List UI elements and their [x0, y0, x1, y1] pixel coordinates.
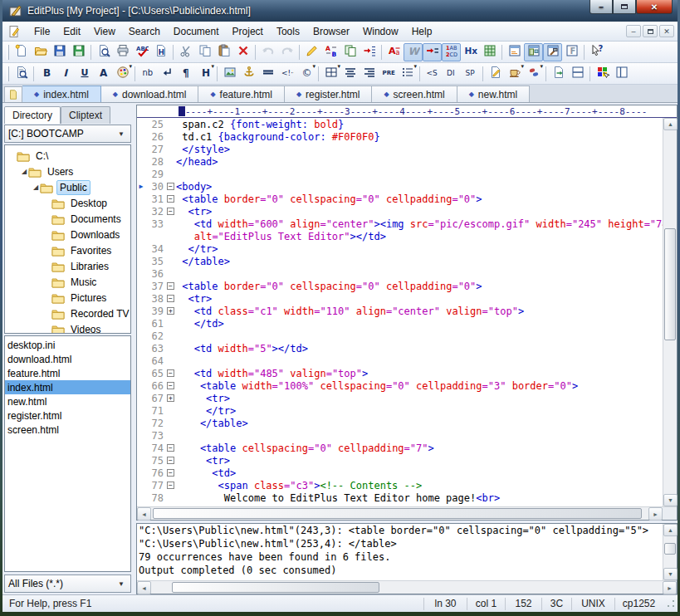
horizontal-scroll-track[interactable] [151, 581, 663, 594]
code-line-66[interactable]: 66− <table width="100%" cellspacing="0" … [137, 379, 663, 392]
scroll-right-button[interactable]: ► [663, 581, 677, 594]
menu-document[interactable]: Document [167, 23, 226, 40]
minimize-button[interactable]: – [589, 0, 613, 14]
code-line-63[interactable]: 63 <td width="5"></td> [137, 342, 663, 354]
output-vertical-scrollbar[interactable]: ▲ ▼ [663, 524, 677, 580]
table-button[interactable] [321, 65, 340, 83]
scroll-down-button[interactable]: ▼ [663, 494, 678, 506]
fold-expand-icon[interactable]: + [167, 394, 174, 402]
tree-item-recorded-tv[interactable]: Recorded TV [5, 306, 130, 321]
print-button[interactable] [113, 43, 132, 61]
mark-button[interactable] [302, 43, 321, 61]
strikeout-button[interactable]: <S [423, 65, 442, 83]
code-line-32[interactable]: 32− <tr> [137, 205, 663, 218]
code-line-62[interactable]: 62 [137, 330, 663, 342]
new-window-button[interactable] [549, 65, 568, 83]
comment-button[interactable]: <!·· [277, 65, 296, 83]
fold-collapse-icon[interactable]: − [167, 382, 174, 389]
menu-view[interactable]: View [87, 23, 122, 40]
code-line-73[interactable]: 73 [137, 429, 663, 442]
save-all-button[interactable] [69, 43, 88, 61]
auto-indent-button[interactable] [423, 43, 442, 61]
code-line-28[interactable]: 28</head> [137, 155, 663, 168]
edit-script-button[interactable] [486, 65, 505, 83]
context-help-button[interactable]: ? [587, 43, 606, 61]
toolbar-grip[interactable] [7, 66, 9, 81]
list-button[interactable] [398, 65, 417, 83]
object-button[interactable] [524, 65, 543, 83]
title-bar[interactable]: EditPlus [My Project] - [C:\Users\Public… [2, 0, 678, 22]
doc-tab-screen.html[interactable]: ◆screen.html [372, 86, 457, 102]
code-line-77[interactable]: 77− <span class="c3"><!-- Contents --> [137, 479, 663, 491]
align-center-button[interactable] [340, 65, 360, 83]
code-line-38[interactable]: 38− <tr> [137, 292, 663, 305]
fold-collapse-icon[interactable]: − [167, 457, 174, 464]
expanded-arrow-icon[interactable]: ◢ [32, 183, 40, 191]
word-wrap-button[interactable]: W [404, 43, 423, 61]
open-file-button[interactable] [31, 43, 50, 61]
line-break-button[interactable] [157, 65, 176, 83]
sidebar-tab-directory[interactable]: Directory [4, 106, 61, 124]
file-item-feature-html[interactable]: feature.html [5, 366, 130, 380]
menu-help[interactable]: Help [405, 23, 439, 40]
code-line-25[interactable]: 25 span.c2 {font-weight: bold} [137, 118, 663, 130]
vertical-scroll-thumb[interactable] [664, 228, 676, 340]
tree-item-public[interactable]: ◢Public [5, 179, 130, 195]
bold-button[interactable]: B [37, 65, 56, 83]
code-editor[interactable]: 25 span.c2 {font-weight: bold}26 td.c1 {… [137, 118, 663, 506]
heading-button[interactable]: H [195, 65, 214, 83]
code-line-30[interactable]: ▶30−<body> [137, 180, 663, 193]
code-line-26[interactable]: 26 td.c1 {background-color: #F0F0F0} [137, 130, 663, 143]
resize-grip[interactable] [666, 599, 676, 609]
scroll-left-button[interactable]: ◄ [137, 581, 151, 594]
tree-item-videos[interactable]: Videos [5, 321, 130, 334]
code-line-67[interactable]: 67+ <tr> [137, 392, 663, 404]
output-horizontal-scrollbar[interactable]: ◄ ► [137, 580, 677, 594]
paragraph-button[interactable]: ¶ [176, 65, 195, 83]
preformatted-button[interactable]: PRE [379, 65, 398, 83]
tree-item-users[interactable]: ◢Users [5, 164, 130, 179]
undo-button[interactable] [258, 43, 277, 61]
toggle-cliptext-window-button[interactable] [543, 43, 562, 61]
image-button[interactable] [220, 65, 239, 83]
underline-button[interactable]: U [75, 65, 94, 83]
editor-vertical-scrollbar[interactable]: ▲ ▼ [663, 118, 677, 506]
doc-tab-index.html[interactable]: ◆index.html [22, 86, 101, 102]
align-right-button[interactable] [360, 65, 379, 83]
doc-tab-feature.html[interactable]: ◆feature.html [198, 86, 285, 102]
line-number-button[interactable]: 1AB2CD [442, 43, 461, 61]
code-line-64[interactable]: 64 [137, 354, 663, 367]
mdi-close-button[interactable]: ✕ [659, 25, 674, 37]
sidebar-tab-cliptext[interactable]: Cliptext [61, 106, 110, 124]
code-line-75[interactable]: 75− <tr> [137, 454, 663, 467]
mdi-restore-button[interactable] [643, 25, 658, 37]
code-line-33[interactable]: 33 <td width="600" align="center"><img s… [137, 218, 663, 230]
code-line-39[interactable]: 39+ <td class="c1" width="110" align="ce… [137, 305, 663, 317]
tree-item-documents[interactable]: Documents [5, 211, 130, 227]
fold-collapse-icon[interactable]: − [167, 282, 174, 290]
browser-preview-button[interactable] [12, 65, 31, 83]
code-line-31[interactable]: 31− <table border="0" cellspacing="0" ce… [137, 193, 663, 205]
delete-button[interactable] [233, 43, 252, 61]
windows-colors-button[interactable] [593, 65, 612, 83]
close-button[interactable]: ✕ [636, 0, 673, 14]
doc-tab-download.html[interactable]: ◆download.html [101, 86, 199, 102]
code-line-35[interactable]: 35 </table> [137, 255, 663, 267]
tree-item-downloads[interactable]: Downloads [5, 227, 130, 242]
menu-window[interactable]: Window [356, 23, 405, 40]
save-button[interactable] [50, 43, 69, 61]
code-line-74[interactable]: 74− <table cellspacing="0" cellpadding="… [137, 442, 663, 454]
code-line-29[interactable]: 29 [137, 168, 663, 180]
dir-tag-button[interactable]: DI [442, 65, 461, 83]
vertical-scroll-thumb[interactable] [664, 543, 676, 555]
change-case-button[interactable]: Aa [384, 43, 404, 61]
new-document-button[interactable] [12, 43, 31, 61]
split-window-button[interactable] [568, 65, 587, 83]
replace-button[interactable]: AB [321, 43, 340, 61]
menu-tools[interactable]: Tools [270, 23, 306, 40]
horizontal-scroll-thumb[interactable] [153, 508, 642, 519]
character-map-button[interactable] [480, 43, 499, 61]
fold-collapse-icon[interactable]: − [167, 195, 174, 203]
frame-layout-button[interactable] [612, 65, 631, 83]
scroll-up-button[interactable]: ▲ [663, 118, 678, 130]
